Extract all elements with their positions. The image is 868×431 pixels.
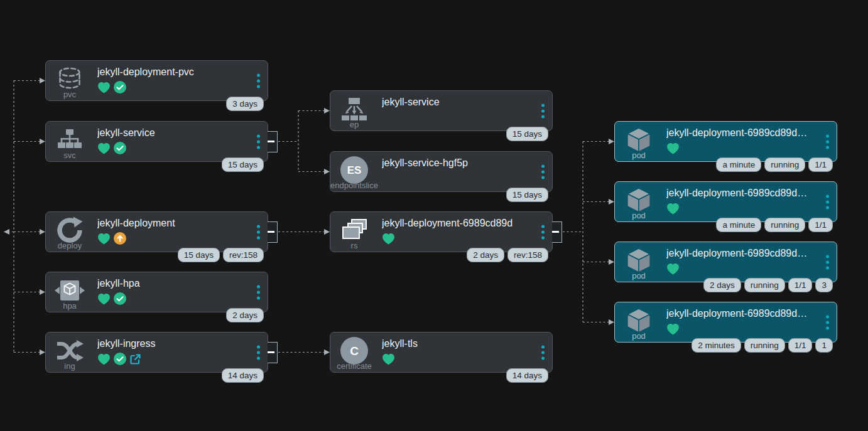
resource-kind-label: pod bbox=[632, 211, 646, 220]
resource-kind-label: pod bbox=[632, 331, 646, 341]
synced-icon bbox=[114, 292, 126, 305]
badge-row: 15 days bbox=[222, 157, 264, 172]
resource-node-pod-1[interactable]: podjekyll-deployment-6989cd89d…a minuter… bbox=[614, 121, 837, 162]
edge-arrow bbox=[609, 259, 614, 265]
badge: 14 days bbox=[222, 368, 264, 383]
edge-arrow bbox=[324, 169, 330, 174]
menu-dot bbox=[257, 290, 260, 294]
healthy-icon bbox=[382, 353, 395, 365]
node-menu-button[interactable] bbox=[254, 70, 263, 91]
node-menu-button[interactable] bbox=[254, 131, 263, 152]
collapse-handle[interactable] bbox=[268, 342, 278, 363]
collapse-handle[interactable] bbox=[552, 221, 562, 243]
badge: 15 days bbox=[506, 127, 548, 141]
resource-node-endpointslice[interactable]: ESendpointslicejekyll-service-hgf5p15 da… bbox=[330, 151, 553, 192]
resource-node-ep[interactable]: epjekyll-service15 days bbox=[330, 90, 553, 131]
edge-arrow bbox=[4, 229, 9, 235]
synced-icon bbox=[114, 353, 126, 365]
badge: running bbox=[764, 218, 805, 232]
edge-arrow bbox=[324, 349, 330, 355]
node-menu-button[interactable] bbox=[823, 131, 832, 152]
node-menu-button[interactable] bbox=[538, 100, 548, 121]
healthy-icon bbox=[97, 142, 111, 154]
node-menu-button[interactable] bbox=[538, 342, 548, 363]
badge-row: 15 days bbox=[506, 188, 548, 202]
resource-title: jekyll-service-hgf5p bbox=[382, 157, 528, 169]
resource-node-hpa[interactable]: hpajekyll-hpa2 days bbox=[45, 272, 268, 312]
node-menu-button[interactable] bbox=[823, 252, 832, 272]
badge: 1 bbox=[815, 338, 833, 353]
svg-text:C: C bbox=[350, 344, 359, 358]
badge-row: a minuterunning1/1 bbox=[716, 157, 833, 172]
resource-kind-label: hpa bbox=[63, 301, 77, 311]
resource-node-pod-4[interactable]: podjekyll-deployment-6989cd89d…2 minutes… bbox=[614, 302, 837, 343]
status-icons bbox=[666, 202, 680, 215]
resource-title: jekyll-deployment-pvc bbox=[97, 67, 244, 78]
badge: 3 bbox=[815, 278, 833, 292]
menu-dot bbox=[257, 73, 260, 77]
collapse-handle[interactable] bbox=[268, 221, 278, 243]
edge-arrow bbox=[40, 78, 45, 83]
resource-node-ing[interactable]: ingjekyll-ingress14 days bbox=[45, 332, 268, 373]
resource-kind-label: ep bbox=[350, 120, 359, 129]
minus-icon bbox=[552, 231, 559, 233]
collapse-handle[interactable] bbox=[268, 131, 278, 152]
node-menu-button[interactable] bbox=[254, 282, 263, 302]
menu-dot bbox=[826, 194, 829, 198]
badge: 2 days bbox=[467, 248, 504, 262]
node-menu-button[interactable] bbox=[823, 312, 832, 333]
menu-dot bbox=[257, 134, 260, 137]
menu-dot bbox=[541, 115, 545, 118]
menu-dot bbox=[541, 356, 545, 359]
external-link-icon[interactable] bbox=[129, 353, 141, 365]
menu-dot bbox=[541, 230, 545, 233]
node-menu-button[interactable] bbox=[538, 161, 548, 182]
badge: 14 days bbox=[506, 368, 548, 383]
menu-dot bbox=[257, 351, 260, 354]
healthy-icon bbox=[382, 233, 395, 245]
resource-node-pod-2[interactable]: podjekyll-deployment-6989cd89d…a minuter… bbox=[614, 181, 837, 222]
status-icons bbox=[97, 232, 126, 245]
status-icons bbox=[382, 353, 395, 365]
node-menu-button[interactable] bbox=[823, 191, 832, 212]
status-icons bbox=[97, 353, 141, 365]
node-menu-button[interactable] bbox=[254, 221, 263, 242]
resource-node-pvc[interactable]: pvcjekyll-deployment-pvc3 days bbox=[45, 60, 268, 101]
menu-dot bbox=[257, 345, 260, 348]
status-icons bbox=[97, 292, 126, 305]
resource-title: jekyll-deployment-6989cd89d… bbox=[666, 308, 813, 319]
resource-node-svc[interactable]: svcjekyll-service15 days bbox=[45, 121, 268, 162]
resource-kind-label: pod bbox=[632, 151, 646, 160]
menu-dot bbox=[541, 351, 545, 354]
resource-kind-label: ing bbox=[64, 361, 75, 371]
menu-dot bbox=[826, 200, 829, 203]
menu-dot bbox=[257, 146, 260, 149]
badge-row: 2 daysrunning1/13 bbox=[703, 278, 833, 292]
resource-kind-label: endpointslice bbox=[330, 181, 378, 190]
edge-arrow bbox=[609, 199, 614, 205]
resource-node-pod-3[interactable]: podjekyll-deployment-6989cd89d…2 daysrun… bbox=[614, 242, 837, 282]
menu-dot bbox=[257, 85, 260, 88]
resource-node-deploy[interactable]: deployjekyll-deployment15 daysrev:158 bbox=[45, 211, 268, 252]
resource-title: jekyll-service bbox=[97, 127, 244, 139]
badge: a minute bbox=[716, 218, 761, 232]
menu-dot bbox=[541, 236, 545, 239]
resource-kind-label: rs bbox=[351, 241, 358, 250]
node-menu-button[interactable] bbox=[254, 342, 263, 363]
badge: 2 days bbox=[226, 308, 264, 322]
resource-title: jekyll-service bbox=[382, 97, 528, 108]
menu-dot bbox=[541, 104, 545, 107]
badge: 15 days bbox=[178, 248, 220, 262]
resource-node-rs[interactable]: rsjekyll-deployment-6989cd89d2 daysrev:1… bbox=[330, 211, 553, 252]
resource-title: jekyll-deployment bbox=[97, 218, 244, 229]
menu-dot bbox=[257, 356, 260, 359]
node-menu-button[interactable] bbox=[538, 221, 548, 242]
synced-icon bbox=[114, 142, 126, 154]
resource-node-certificate[interactable]: Ccertificatejekyll-tls14 days bbox=[330, 332, 553, 373]
resource-title: jekyll-deployment-6989cd89d… bbox=[666, 248, 813, 259]
badge-row: 15 days bbox=[506, 127, 548, 141]
badge: 1/1 bbox=[788, 338, 813, 353]
healthy-icon bbox=[97, 293, 111, 305]
badge: 3 days bbox=[226, 97, 264, 111]
resource-kind-label: pvc bbox=[63, 90, 76, 99]
